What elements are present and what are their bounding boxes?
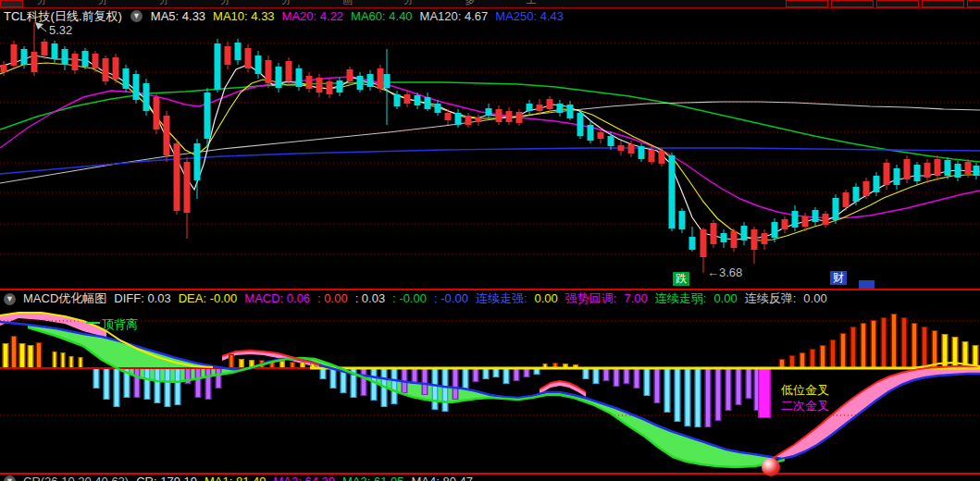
macd-field: MACD: 0.06 [244, 291, 310, 305]
cr-field: MA2: 64.39 [273, 475, 335, 481]
macd-field: 0.00 [803, 291, 826, 305]
macd-field: DEA: -0.00 [179, 291, 238, 305]
clipped-badge [859, 280, 875, 289]
second-golden-cross-label: 二次金叉 [781, 398, 829, 414]
low-golden-cross-label: 低位金叉 [781, 382, 829, 399]
macd-field: : 0.03 [355, 291, 386, 305]
cr-field: CR(26,10,20,40,62) [23, 475, 129, 481]
cr-field: CR: 179.19 [136, 475, 197, 481]
signal-ball-icon [762, 458, 780, 476]
chevron-down-icon[interactable]: ▼ [4, 293, 16, 305]
finance-badge: 财 [830, 271, 847, 285]
trading-app-window: 分 分 分 分 分 画 分 多 工 TCL科技(日线.前复权) ▼ MA5: 4… [0, 0, 980, 481]
candles-layer [1, 22, 980, 273]
macd-header-bar: ▼ MACD优化幅图 DIFF: 0.03DEA: -0.00MACD: 0.0… [0, 290, 980, 307]
indicator-name: MACD优化幅图 [23, 290, 106, 307]
chevron-down-icon[interactable]: ▼ [4, 475, 16, 481]
down-badge: 跌 [673, 272, 689, 286]
top-divergence-label: 顶背离 [102, 316, 138, 333]
annotation-arrow-layer [35, 22, 46, 31]
cr-field: MA4: 80.47 [411, 475, 473, 481]
macd-field: 7.00 [624, 291, 647, 305]
cr-field: MA3: 61.05 [342, 475, 404, 481]
macd-field: DIFF: 0.03 [114, 291, 170, 305]
chart-canvas[interactable] [0, 0, 980, 481]
cr-fields: CR(26,10,20,40,62)CR: 179.19MA1: 81.49MA… [23, 475, 480, 481]
macd-field: 0.00 [535, 291, 558, 305]
macd-fields: DIFF: 0.03DEA: -0.00MACD: 0.06: 0.00: 0.… [114, 290, 834, 307]
macd-field: 连续反弹: [745, 291, 797, 305]
cr-indicator-bar: ▼ CR(26,10,20,40,62)CR: 179.19MA1: 81.49… [0, 475, 980, 481]
macd-field: 连续走强: [476, 291, 527, 305]
cr-field: MA1: 81.49 [205, 475, 267, 481]
macd-field: 强势回调: [565, 291, 617, 305]
ma-line-MA250 [0, 148, 980, 174]
macd-field: : -0.00 [392, 291, 427, 305]
macd-field: : 0.00 [317, 291, 348, 305]
macd-field: 0.00 [713, 291, 737, 305]
low-price-label: ←3.68 [707, 265, 742, 279]
macd-field: 连续走弱: [655, 291, 707, 305]
macd-field: : -0.00 [434, 291, 468, 305]
high-price-label: 5.32 [49, 23, 72, 37]
macd-histogram-layer [3, 314, 979, 427]
